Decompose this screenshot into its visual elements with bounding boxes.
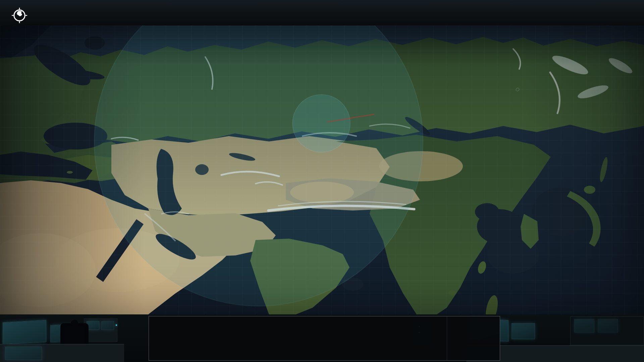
unknown-stat-2 [173, 9, 197, 11]
funds-display [107, 8, 146, 10]
console-screen [574, 319, 594, 333]
top-bar [0, 0, 644, 25]
console-screen [512, 323, 535, 339]
scanlines-overlay [0, 0, 644, 25]
event-log-rows [149, 319, 446, 360]
geoscape-map[interactable] [0, 25, 644, 314]
operator-silhouette [63, 320, 86, 347]
console-screen [5, 347, 42, 360]
indicator-light [116, 324, 117, 326]
globe-crosshair-logo-icon [11, 7, 28, 24]
unknown-stat-1 [148, 9, 171, 11]
interference-ring-icon [516, 88, 519, 91]
event-log-panel [149, 316, 500, 361]
signal-interference-indicator [516, 88, 522, 91]
uplinks-display [434, 8, 460, 10]
console-screen [101, 321, 114, 330]
console-screen [3, 320, 46, 345]
stats-grid [447, 316, 500, 360]
console-screen [598, 319, 618, 333]
map-markers-layer [0, 25, 644, 314]
